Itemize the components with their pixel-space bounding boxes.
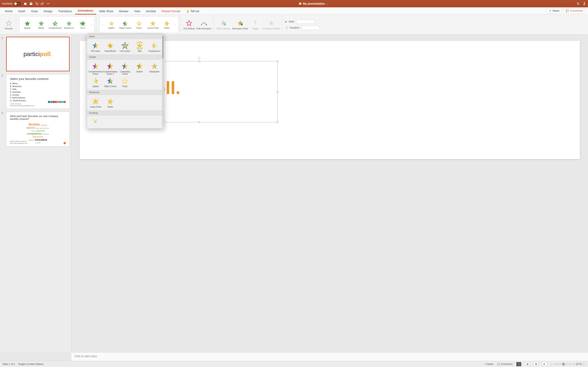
account-icon[interactable]	[583, 2, 586, 5]
list-item: D. Australia	[10, 91, 66, 94]
svg-marker-40	[107, 63, 110, 69]
undo-icon[interactable]	[35, 2, 38, 5]
anim-transparency[interactable]: Transparency	[147, 41, 162, 53]
entrance-chequerboard[interactable]: Chequerboard	[49, 20, 62, 29]
status-comments-button[interactable]: 💬 Comments	[497, 363, 513, 366]
entrance-next[interactable]: ›	[90, 23, 93, 26]
anim-complementary-colour[interactable]: Complementary Colour	[88, 61, 103, 76]
tab-view[interactable]: View	[131, 8, 143, 15]
resize-handle[interactable]	[198, 60, 200, 62]
emphasis-teeter[interactable]: Teeter	[160, 20, 173, 29]
tab-insert[interactable]: Insert	[15, 8, 28, 15]
anim-colour-pulse[interactable]: Colour Pulse	[88, 96, 103, 109]
tab-acrobat[interactable]: Acrobat	[143, 8, 159, 15]
animation-pane-label: Animation Pane	[232, 27, 248, 30]
slide2-title: Select your favourite continent	[10, 77, 66, 81]
anim-exciting-item[interactable]	[88, 117, 103, 127]
exit-effects-button[interactable]: Exit Effects	[183, 20, 195, 30]
anim-object-colour[interactable]: Object Colour	[103, 76, 118, 88]
view-normal[interactable]: ▭	[516, 362, 521, 366]
tell-me[interactable]: 💡 Tell me	[183, 8, 202, 15]
preview-button[interactable]: Preview	[3, 20, 14, 30]
tab-draw[interactable]: Draw	[28, 8, 41, 15]
view-sorter[interactable]: ▦	[525, 362, 530, 366]
svg-marker-44	[136, 63, 140, 69]
title-chevron-icon[interactable]: ⌄	[326, 3, 328, 5]
effect-options-button: Effect Options	[217, 20, 231, 30]
dropdown-scrollbar[interactable]	[162, 35, 164, 127]
svg-point-53	[123, 79, 127, 82]
emphasis-object-colour[interactable]: Object Colour	[119, 20, 132, 29]
entrance-blinds[interactable]: Blinds	[35, 20, 48, 29]
path-animation-button[interactable]: Path Animation	[196, 20, 212, 30]
search-icon[interactable]	[577, 2, 580, 5]
duration-select[interactable]	[302, 26, 321, 30]
rotate-handle[interactable]	[198, 57, 200, 59]
anim-fill-colour[interactable]: Fill Colour	[88, 41, 103, 53]
status-bar: Slide 1 of 3 English (United States) ≡ N…	[0, 361, 588, 367]
tab-design[interactable]: Design	[41, 8, 55, 15]
comments-button[interactable]: 💬 Comments	[563, 8, 585, 13]
anim-spin[interactable]: Spin	[132, 41, 147, 53]
entrance-dissolve[interactable]: Dissolve In	[62, 20, 76, 29]
tab-review[interactable]: Review	[116, 8, 131, 15]
resize-handle[interactable]	[277, 121, 278, 123]
thumb-slide-2[interactable]: Select your favourite continent A. Afric…	[6, 74, 70, 109]
emphasis-pulse[interactable]: Pulse	[132, 20, 146, 29]
anim-contrasting-colour[interactable]: Contrasting Colour	[118, 61, 132, 76]
zoom-out[interactable]: −	[551, 363, 552, 366]
anim-darken[interactable]: Darken	[132, 61, 147, 76]
share-button[interactable]: ↗ Share	[546, 8, 562, 13]
list-item: B. Antarctica	[10, 85, 66, 88]
tab-home[interactable]: Home	[2, 8, 15, 15]
list-item: C. Asia	[10, 88, 66, 91]
comment-icon: 💬	[566, 9, 569, 12]
tab-picture-format[interactable]: Picture Format	[159, 8, 183, 15]
status-notes-button[interactable]: ≡ Notes	[485, 363, 493, 366]
anim-grow-shrink[interactable]: Grow/Shrink	[103, 41, 118, 53]
entrance-appear[interactable]: Appear	[21, 20, 34, 29]
svg-marker-34	[136, 42, 143, 49]
dropdown-section-subtle: Subtle	[87, 55, 164, 59]
emphasis-more[interactable]: ⌄	[138, 32, 140, 34]
tab-transitions[interactable]: Transitions	[55, 8, 75, 15]
resize-handle[interactable]	[198, 121, 200, 123]
zoom-slider[interactable]	[553, 364, 572, 365]
save-icon[interactable]	[29, 2, 33, 5]
effect-options-label: Effect Options	[217, 27, 231, 30]
view-slideshow[interactable]: ▶	[542, 362, 547, 366]
share-icon: ↗	[549, 9, 551, 12]
zoom-in[interactable]: +	[573, 363, 574, 366]
anim-pulse[interactable]: Pulse	[118, 76, 132, 88]
tab-animations[interactable]: Animations	[75, 7, 96, 15]
autosave-toggle[interactable]: OFF	[14, 2, 21, 5]
emphasis-lighten[interactable]: Lighten	[105, 20, 118, 29]
anim-lighten[interactable]: Lighten	[88, 76, 103, 88]
redo-icon[interactable]	[41, 2, 44, 5]
emphasis-next[interactable]: ›	[174, 23, 177, 26]
emphasis-colour-pulse[interactable]: Colour Pulse	[146, 20, 159, 29]
thumb-slide-3[interactable]: What word best describes our new company…	[6, 112, 70, 146]
emphasis-prev[interactable]: ‹	[101, 23, 104, 26]
painter-label: Animation Painter	[262, 27, 280, 30]
thumb-slide-1[interactable]: participoll.	[6, 37, 70, 71]
resize-handle[interactable]	[277, 91, 278, 92]
resize-handle[interactable]	[277, 60, 278, 62]
dropdown-section-basic: Basic	[87, 34, 164, 39]
view-reading[interactable]: ▣	[534, 362, 538, 366]
status-language[interactable]: English (United States)	[18, 363, 43, 366]
dropdown-section-moderate: Moderate	[87, 90, 164, 95]
entrance-flyin[interactable]: Fly In	[76, 20, 89, 29]
customize-icon[interactable]	[47, 2, 50, 5]
start-select[interactable]	[296, 20, 316, 24]
anim-desaturate[interactable]: Desaturate	[147, 61, 162, 76]
home-icon[interactable]	[24, 2, 27, 5]
svg-marker-30	[92, 42, 95, 49]
anim-complementary-colour-2[interactable]: Complementary Colour 2	[103, 61, 118, 76]
tab-slideshow[interactable]: Slide Show	[96, 8, 116, 15]
notes-pane[interactable]: Click to add notes	[71, 352, 588, 361]
anim-line-colour[interactable]: Line Colour	[118, 41, 132, 53]
fit-to-window[interactable]: ⛶	[583, 363, 586, 366]
animation-pane-button[interactable]: Animation Pane	[232, 20, 248, 30]
anim-teeter[interactable]: Teeter	[103, 96, 118, 109]
